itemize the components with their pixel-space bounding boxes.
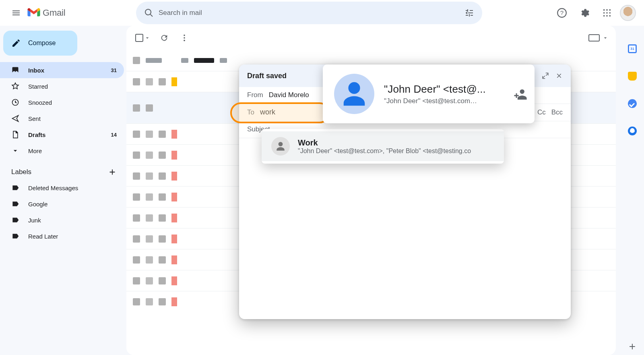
- star-toggle[interactable]: [146, 277, 153, 284]
- importance-marker[interactable]: [171, 130, 177, 139]
- fullscreen-button[interactable]: [542, 72, 549, 79]
- main-menu-button[interactable]: [6, 3, 26, 23]
- row-placeholder: [159, 235, 166, 243]
- to-label: To: [247, 108, 254, 116]
- add-label-button[interactable]: [108, 168, 117, 176]
- row-placeholder: [159, 172, 166, 180]
- search-options-button[interactable]: [460, 3, 479, 23]
- row-checkbox[interactable]: [133, 277, 140, 284]
- support-button[interactable]: ?: [552, 3, 572, 23]
- importance-marker[interactable]: [171, 214, 177, 222]
- nav-item-drafts[interactable]: Drafts14: [0, 127, 124, 143]
- contacts-app[interactable]: [624, 122, 641, 139]
- get-addons-button[interactable]: +: [624, 338, 641, 355]
- importance-marker[interactable]: [171, 151, 177, 160]
- nav-label: Inbox: [28, 67, 44, 74]
- contact-card-text: "John Deer" <test@... "John Deer" <test@…: [384, 83, 489, 105]
- from-value: David Morelo: [269, 91, 309, 99]
- settings-button[interactable]: [575, 3, 594, 23]
- row-placeholder: [159, 256, 166, 264]
- header-left: Gmail: [6, 3, 131, 23]
- row-checkbox[interactable]: [133, 298, 140, 305]
- nav-item-starred[interactable]: Starred: [0, 78, 124, 94]
- more-icon: [11, 147, 19, 155]
- add-to-contacts-button[interactable]: [514, 87, 527, 101]
- importance-marker[interactable]: [171, 255, 177, 264]
- star-toggle[interactable]: [146, 172, 153, 180]
- svg-point-14: [184, 40, 185, 42]
- nav-item-sent[interactable]: Sent: [0, 110, 124, 127]
- star-toggle[interactable]: [146, 152, 153, 159]
- label-item[interactable]: Read Later: [0, 228, 124, 244]
- select-all-checkbox[interactable]: [135, 34, 143, 42]
- row-checkbox[interactable]: [133, 78, 140, 85]
- star-toggle[interactable]: [146, 298, 153, 305]
- keep-app[interactable]: [624, 68, 641, 85]
- input-tools-button[interactable]: [588, 34, 600, 42]
- importance-marker[interactable]: [171, 276, 177, 285]
- importance-marker[interactable]: [171, 297, 177, 306]
- row-placeholder: [159, 78, 166, 85]
- inbox-icon: [11, 66, 19, 74]
- star-toggle[interactable]: [146, 256, 153, 264]
- importance-marker[interactable]: [171, 172, 177, 181]
- tune-icon: [464, 8, 474, 18]
- label-icon: [11, 232, 19, 240]
- contact-suggestion-dropdown: Work "John Deer" <test@test.com>, "Peter…: [262, 129, 504, 164]
- compose-button[interactable]: Compose: [3, 31, 77, 56]
- nav-count: 31: [111, 67, 117, 73]
- calendar-app[interactable]: [624, 40, 641, 57]
- svg-point-5: [603, 12, 605, 14]
- nav-label: More: [28, 147, 42, 154]
- star-toggle[interactable]: [146, 235, 153, 243]
- select-all[interactable]: [134, 31, 152, 44]
- search-button[interactable]: [139, 3, 159, 23]
- account-avatar[interactable]: [620, 5, 636, 21]
- labels-header: Labels: [0, 159, 124, 180]
- search-bar[interactable]: [136, 2, 482, 24]
- gmail-logo[interactable]: Gmail: [27, 8, 65, 18]
- more-actions-button[interactable]: [176, 30, 192, 46]
- row-checkbox[interactable]: [133, 214, 140, 222]
- apps-grid-icon: [603, 8, 611, 17]
- to-input[interactable]: [260, 108, 316, 116]
- row-checkbox[interactable]: [133, 104, 140, 112]
- tasks-app[interactable]: [624, 95, 641, 112]
- person-icon: [275, 141, 286, 152]
- importance-marker[interactable]: [171, 235, 177, 243]
- snooze-icon: [11, 98, 19, 106]
- search-input[interactable]: [159, 9, 460, 17]
- contact-suggestion-item[interactable]: Work "John Deer" <test@test.com>, "Peter…: [262, 131, 504, 161]
- star-toggle[interactable]: [146, 78, 153, 85]
- nav-item-snoozed[interactable]: Snoozed: [0, 94, 124, 110]
- person-icon: [340, 80, 368, 108]
- label-item[interactable]: Junk: [0, 212, 124, 228]
- close-compose-button[interactable]: [555, 72, 563, 79]
- svg-point-2: [603, 9, 605, 11]
- cc-button[interactable]: Cc: [537, 108, 546, 116]
- star-toggle[interactable]: [146, 214, 153, 222]
- importance-marker[interactable]: [171, 77, 177, 86]
- app-header: Gmail ?: [0, 0, 644, 26]
- star-toggle[interactable]: [146, 131, 153, 138]
- caret-down-icon: [602, 35, 609, 41]
- row-checkbox[interactable]: [133, 152, 140, 159]
- row-checkbox[interactable]: [133, 235, 140, 243]
- row-checkbox[interactable]: [133, 193, 140, 201]
- row-placeholder: [133, 57, 140, 64]
- bcc-button[interactable]: Bcc: [551, 108, 563, 116]
- labels-list: Deleted MessagesGoogleJunkRead Later: [0, 180, 124, 244]
- nav-item-inbox[interactable]: Inbox31: [0, 62, 124, 78]
- label-item[interactable]: Google: [0, 196, 124, 212]
- star-toggle[interactable]: [146, 193, 153, 201]
- row-checkbox[interactable]: [133, 172, 140, 180]
- contact-avatar: [334, 74, 374, 114]
- refresh-button[interactable]: [156, 30, 172, 46]
- svg-point-4: [609, 9, 611, 11]
- row-checkbox[interactable]: [133, 131, 140, 138]
- nav-item-more[interactable]: More: [0, 143, 124, 159]
- google-apps-button[interactable]: [597, 3, 617, 23]
- label-item[interactable]: Deleted Messages: [0, 180, 124, 196]
- row-checkbox[interactable]: [133, 256, 140, 264]
- importance-marker[interactable]: [171, 193, 177, 201]
